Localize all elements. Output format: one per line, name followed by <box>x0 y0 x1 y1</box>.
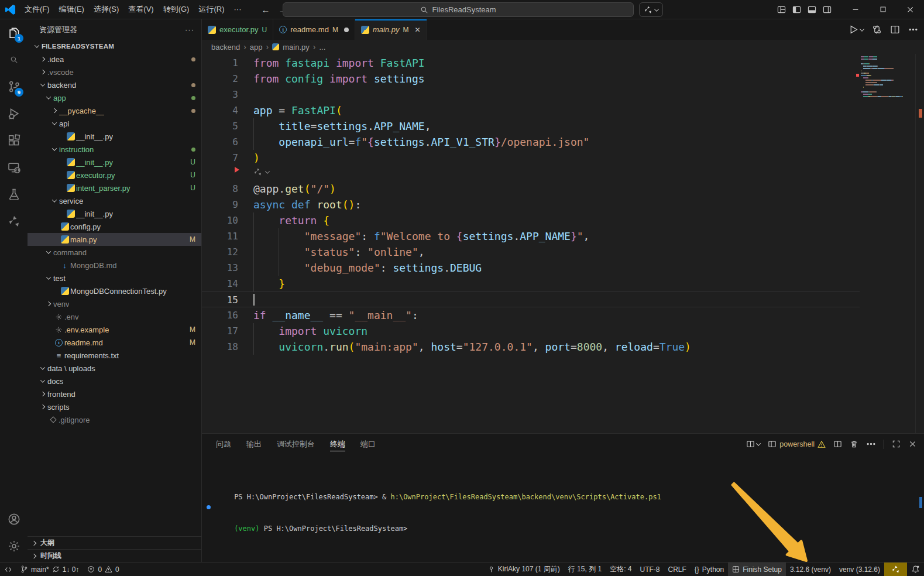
code-line-9[interactable]: 9 async def root(): <box>202 197 860 212</box>
status-indentation[interactable]: 空格: 4 <box>606 563 636 576</box>
window-close-button[interactable] <box>896 0 924 19</box>
status-venv-indicator[interactable]: venv (3.12.6) <box>835 563 884 576</box>
code-line-15[interactable]: 15 <box>202 292 860 307</box>
tree-item-service[interactable]: service <box>28 194 201 207</box>
code-line-4[interactable]: 4 app = FastAPI( <box>202 102 860 118</box>
code-line-11[interactable]: 11 "message": f"Welcome to {settings.APP… <box>202 228 860 244</box>
tree-item-__pycache__[interactable]: __pycache__ <box>28 104 201 117</box>
split-terminal-button[interactable] <box>833 440 842 448</box>
status-remote-indicator[interactable] <box>0 563 16 576</box>
ai-hint-widget[interactable] <box>253 167 269 176</box>
activity-account[interactable] <box>0 506 28 533</box>
activity-run-debug[interactable] <box>0 100 28 127</box>
tree-item-command[interactable]: command <box>28 246 201 259</box>
tree-item-scripts[interactable]: scripts <box>28 400 201 413</box>
status-git-branch-status[interactable]: main*1↓ 0↑ <box>16 563 83 576</box>
status-blame-author[interactable]: KiriAky 107 (1 周前) <box>483 563 564 576</box>
breadcrumb-item[interactable]: ... <box>319 43 325 52</box>
copilot-menu-button[interactable] <box>639 2 663 17</box>
tree-item-main.py[interactable]: main.py M <box>28 233 201 246</box>
tree-item-requirements.txt[interactable]: ≡ requirements.txt <box>28 349 201 362</box>
menu-6[interactable]: ··· <box>229 3 246 15</box>
activity-remote-explorer[interactable] <box>0 154 28 181</box>
menu-0[interactable]: 文件(F) <box>20 3 54 15</box>
command-center-search[interactable]: FilesReadSysteam <box>283 2 634 17</box>
minimap[interactable] <box>861 56 915 98</box>
sidebar-more-button[interactable]: ··· <box>185 25 194 34</box>
status-problems[interactable]: 00 <box>83 563 123 576</box>
status-encoding[interactable]: UTF-8 <box>636 563 664 576</box>
panel-tab-输出[interactable]: 输出 <box>246 434 262 454</box>
code-line-17[interactable]: 17 import uvicorn <box>202 323 860 339</box>
tree-item-.gitignore[interactable]: .gitignore <box>28 413 201 426</box>
layout-panel-icon[interactable] <box>804 2 819 17</box>
layout-sidebar-right-icon[interactable] <box>819 2 834 17</box>
tree-item-data \ uploads[interactable]: data \ uploads <box>28 362 201 375</box>
menu-4[interactable]: 转到(G) <box>159 3 194 15</box>
tab-main.py[interactable]: main.py M ✕ <box>355 19 427 40</box>
back-arrow-icon[interactable]: ← <box>261 5 270 15</box>
menu-5[interactable]: 运行(R) <box>194 3 229 15</box>
tree-item-.vscode[interactable]: .vscode <box>28 66 201 78</box>
tree-item-__init__.py[interactable]: __init__.py <box>28 130 201 143</box>
more-actions-button[interactable] <box>866 439 876 449</box>
code-line-2[interactable]: 2 from config import settings <box>202 71 860 87</box>
activity-settings[interactable] <box>0 533 28 560</box>
breadcrumb-item[interactable]: app <box>250 43 263 52</box>
code-line-13[interactable]: 13 "debug_mode": settings.DEBUG <box>202 260 860 276</box>
tab-readme.md[interactable]: i readme.md M <box>273 19 355 40</box>
tree-item-__init__.py[interactable]: __init__.py <box>28 207 201 220</box>
activity-source-control[interactable]: 9 <box>0 73 28 100</box>
panel-tab-问题[interactable]: 问题 <box>216 434 231 454</box>
panel-tab-调试控制台[interactable]: 调试控制台 <box>277 434 315 454</box>
code-line-7[interactable]: 7 ) <box>202 150 860 166</box>
breadcrumb-item[interactable]: backend <box>211 43 240 52</box>
terminal-output[interactable]: PS H:\OwnProject\FilesReadSysteam> & h:\… <box>202 454 924 562</box>
code-line-18[interactable]: 18 uvicorn.run("main:app", host="127.0.0… <box>202 339 860 355</box>
split-editor-button[interactable] <box>890 25 900 35</box>
status-cursor-position[interactable]: 行 15, 列 1 <box>564 563 606 576</box>
tree-item-venv[interactable]: venv <box>28 297 201 310</box>
tree-item-.idea[interactable]: .idea <box>28 53 201 66</box>
tree-item-config.py[interactable]: config.py <box>28 220 201 233</box>
sidebar-section-时间线[interactable]: 时间线 <box>28 549 201 562</box>
tab-executor.py[interactable]: executor.py U <box>202 19 273 40</box>
tree-item-frontend[interactable]: frontend <box>28 388 201 400</box>
tree-item-executor.py[interactable]: executor.py U <box>28 169 201 181</box>
tree-item-.env[interactable]: .env <box>28 310 201 323</box>
tree-item-__init__.py[interactable]: __init__.py U <box>28 156 201 169</box>
code-editor[interactable]: 1 from fastapi import FastAPI 2 from con… <box>202 54 924 433</box>
run-button[interactable] <box>849 25 864 35</box>
status-finish-setup[interactable]: Finish Setup <box>728 563 786 576</box>
panel-tab-终端[interactable]: 终端 <box>330 434 345 454</box>
new-terminal-button[interactable] <box>746 440 760 448</box>
sidebar-section-大纲[interactable]: 大纲 <box>28 536 201 549</box>
status-eol[interactable]: CRLF <box>664 563 690 576</box>
tree-item-app[interactable]: app <box>28 91 201 104</box>
menu-2[interactable]: 选择(S) <box>89 3 123 15</box>
command-decoration-dot[interactable] <box>207 505 211 509</box>
close-icon[interactable]: ✕ <box>414 26 420 34</box>
tree-item-intent_parser.py[interactable]: intent_parser.py U <box>28 181 201 194</box>
code-line-14[interactable]: 14 } <box>202 276 860 292</box>
layout-sidebar-left-icon[interactable] <box>789 2 804 17</box>
status-ai-status[interactable] <box>884 563 907 576</box>
code-line-6[interactable]: 6 openapi_url=f"{settings.API_V1_STR}/op… <box>202 134 860 150</box>
tree-item-MongoDB.md[interactable]: ↓ MongoDB.md <box>28 259 201 272</box>
status-python-interpreter[interactable]: 3.12.6 (venv) <box>786 563 835 576</box>
tree-item-api[interactable]: api <box>28 117 201 130</box>
tree-item-FILESREADSYSTEAM[interactable]: FILESREADSYSTEAM <box>28 40 201 53</box>
code-line-8[interactable]: 8 @app.get("/") <box>202 181 860 197</box>
tree-item-MongoDBConnectionTest.py[interactable]: MongoDBConnectionTest.py <box>28 284 201 297</box>
layout-grid-icon[interactable] <box>774 2 789 17</box>
activity-ai-extension[interactable] <box>0 208 28 235</box>
compare-changes-button[interactable] <box>872 25 882 35</box>
tree-item-.env.example[interactable]: .env.example M <box>28 323 201 336</box>
activity-extensions[interactable] <box>0 127 28 154</box>
more-actions-button[interactable] <box>908 25 918 35</box>
tree-item-test[interactable]: test <box>28 272 201 284</box>
tree-item-docs[interactable]: docs <box>28 375 201 388</box>
code-line-1[interactable]: 1 from fastapi import FastAPI <box>202 55 860 71</box>
code-line-3[interactable]: 3 <box>202 87 860 102</box>
menu-1[interactable]: 编辑(E) <box>54 3 89 15</box>
